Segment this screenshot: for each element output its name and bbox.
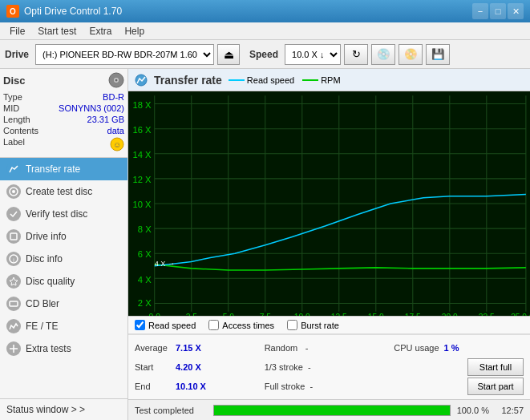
disc-info-table: Type BD-R MID SONYNN3 (002) Length 23.31…	[3, 91, 124, 154]
nav-fe-te[interactable]: FE / TE	[0, 315, 127, 337]
stats-end-val: 10.10 X	[176, 382, 212, 391]
chart-title: Transfer rate	[154, 74, 222, 87]
progress-area: Test completed 100.0 % 12:57	[128, 399, 530, 420]
nav-extra-tests[interactable]: Extra tests	[0, 337, 127, 360]
start-part-button[interactable]: Start part	[467, 378, 524, 395]
stats-random-label: Random	[265, 343, 301, 353]
status-window-button[interactable]: Status window > >	[0, 398, 127, 420]
stats-row-2: Start 4.20 X 1/3 stroke - Start full	[135, 357, 524, 377]
menu-extra[interactable]: Extra	[83, 24, 118, 38]
minimize-button[interactable]: −	[472, 3, 488, 19]
drive-select[interactable]: (H:) PIONEER BD-RW BDR-207M 1.60	[35, 44, 214, 65]
svg-text:20.0: 20.0	[442, 313, 458, 316]
disc-quality-icon	[6, 274, 21, 289]
svg-text:22.5: 22.5	[479, 313, 495, 316]
nav-drive-info[interactable]: Drive info	[0, 225, 127, 248]
speed-select[interactable]: 10.0 X ↓ MAX 2.0 X 4.0 X 6.0 X 8.0 X 12.…	[285, 44, 341, 65]
disc-info-icon: i	[6, 252, 21, 266]
progress-bar-fill	[214, 406, 450, 415]
menu-bar: File Start test Extra Help	[0, 22, 530, 40]
access-times-checkbox[interactable]	[208, 320, 219, 330]
title-bar: O Opti Drive Control 1.70 − □ ✕	[0, 0, 530, 22]
chart-svg: 18 X 16 X 14 X 12 X 10 X 8 X 6 X 4 X 2 X	[128, 91, 530, 316]
svg-text:12.5: 12.5	[331, 313, 347, 316]
stats-full-stroke-val: -	[310, 382, 313, 391]
disc-type-row: Type BD-R	[3, 91, 124, 103]
stats-end-col: End 10.10 X	[135, 382, 265, 391]
burst-rate-checkbox-label: Burst rate	[301, 321, 339, 330]
close-button[interactable]: ✕	[508, 3, 524, 19]
maximize-button[interactable]: □	[490, 3, 506, 19]
stats-average-label: Average	[135, 343, 171, 353]
left-panel: Disc Type BD-R MID SONYNN3 (002)	[0, 69, 128, 420]
chart-legend: Read speed RPM	[229, 75, 341, 85]
svg-text:2.5: 2.5	[186, 313, 197, 316]
svg-text:5.0: 5.0	[223, 313, 234, 316]
svg-point-2	[115, 79, 118, 82]
legend-read-speed-label: Read speed	[247, 75, 294, 85]
nav-create-test-disc-label: Create test disc	[26, 186, 92, 197]
stats-start-label: Start	[135, 362, 171, 372]
checkbox-read-speed: Read speed	[135, 320, 196, 330]
stats-cpu-val: 1 %	[444, 343, 480, 353]
burst-rate-checkbox[interactable]	[287, 320, 297, 330]
disc-section: Disc Type BD-R MID SONYNN3 (002)	[0, 69, 127, 158]
main-area: Disc Type BD-R MID SONYNN3 (002)	[0, 69, 530, 420]
chart-header: Transfer rate Read speed RPM	[128, 69, 530, 91]
eject-button[interactable]: ⏏	[217, 44, 240, 65]
app-icon: O	[6, 5, 19, 18]
nav-cd-bler-label: CD Bler	[26, 298, 59, 309]
chart-container: 18 X 16 X 14 X 12 X 10 X 8 X 6 X 4 X 2 X	[128, 91, 530, 316]
stats-end-label: End	[135, 382, 171, 391]
disc-section-label: Disc	[3, 75, 25, 87]
stats-row-3: End 10.10 X Full stroke - Start part	[135, 377, 524, 396]
progress-bar-container	[213, 405, 451, 416]
nav-create-test-disc[interactable]: Create test disc	[0, 180, 127, 203]
stats-area: Average 7.15 X Random - CPU usage 1 % St…	[128, 334, 530, 399]
nav-disc-quality[interactable]: Disc quality	[0, 270, 127, 293]
menu-start-test[interactable]: Start test	[31, 24, 83, 38]
nav-disc-info[interactable]: i Disc info	[0, 248, 127, 270]
save-button[interactable]: 💾	[426, 44, 450, 65]
stats-cpu-col: CPU usage 1 %	[394, 343, 524, 353]
legend-read-speed: Read speed	[229, 75, 294, 85]
time-display: 12:57	[496, 406, 524, 415]
nav-disc-info-label: Disc info	[26, 253, 63, 265]
nav-verify-test-disc[interactable]: Verify test disc	[0, 203, 127, 225]
stats-cpu-label: CPU usage	[394, 343, 439, 353]
menu-help[interactable]: Help	[118, 24, 151, 38]
disc-button1[interactable]: 💿	[371, 44, 395, 65]
fe-te-icon	[6, 319, 21, 333]
disc-label-row: Label ☺	[3, 136, 124, 154]
svg-rect-7	[10, 233, 17, 240]
stats-stroke13-label: 1/3 stroke	[265, 362, 303, 372]
speed-label: Speed	[249, 49, 278, 60]
transfer-rate-icon	[6, 162, 21, 176]
nav-transfer-rate-label: Transfer rate	[26, 164, 80, 175]
status-text: Test completed	[135, 406, 207, 415]
checkbox-row: Read speed Access times Burst rate	[128, 316, 530, 334]
legend-read-speed-color	[229, 79, 245, 81]
menu-file[interactable]: File	[3, 24, 31, 38]
start-full-button[interactable]: Start full	[467, 358, 524, 376]
svg-text:0.0: 0.0	[149, 313, 160, 316]
svg-point-6	[12, 190, 15, 193]
stats-stroke13-col: 1/3 stroke -	[265, 362, 394, 372]
stats-start-full-col: Start full	[394, 358, 524, 376]
stats-random-col: Random -	[265, 343, 394, 353]
nav-cd-bler[interactable]: CD Bler	[0, 293, 127, 315]
stats-average-val: 7.15 X	[176, 343, 212, 353]
read-speed-checkbox[interactable]	[135, 320, 145, 330]
svg-text:16 X: 16 X	[133, 125, 152, 135]
nav-transfer-rate[interactable]: Transfer rate	[0, 158, 127, 180]
disc-button2[interactable]: 📀	[399, 44, 423, 65]
access-times-checkbox-label: Access times	[222, 321, 274, 330]
stats-full-stroke-col: Full stroke -	[265, 382, 394, 391]
svg-text:2 X: 2 X	[138, 297, 152, 307]
drive-label: Drive	[5, 49, 29, 60]
svg-text:12 X: 12 X	[133, 175, 152, 184]
nav-items: Transfer rate Create test disc Verify te…	[0, 158, 127, 398]
drive-toolbar: Drive (H:) PIONEER BD-RW BDR-207M 1.60 ⏏…	[0, 40, 530, 69]
checkbox-access-times: Access times	[208, 320, 274, 330]
refresh-button[interactable]: ↻	[344, 44, 368, 65]
